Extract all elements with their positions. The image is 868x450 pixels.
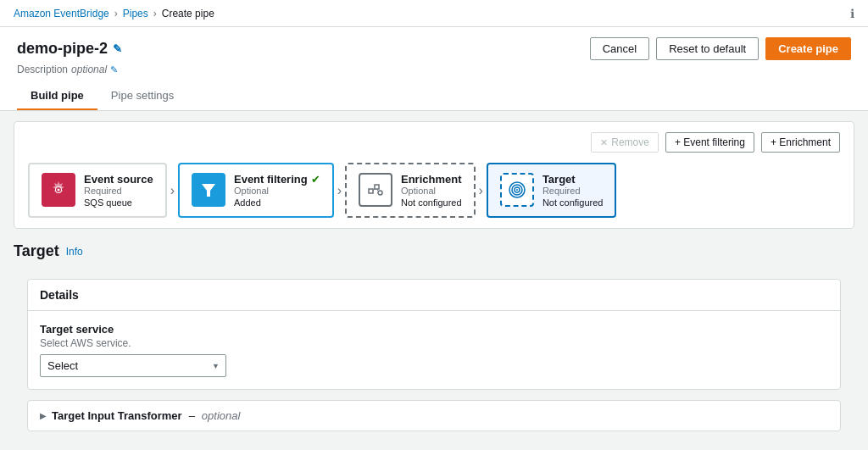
form-section: Target service Select AWS service. Selec… [28, 311, 840, 389]
transformer-dash: – [189, 409, 195, 422]
target-step-badge: Required [542, 186, 604, 196]
description-row: Description optional ✎ [17, 64, 851, 75]
tab-pipe-settings[interactable]: Pipe settings [97, 82, 187, 110]
description-label: Description [17, 64, 68, 75]
pipeline-area: ✕ Remove + Event filtering + Enrichment [14, 121, 854, 229]
transformer-optional: optional [202, 409, 241, 422]
arrow-1: › [167, 183, 178, 198]
target-info-link[interactable]: Info [66, 246, 83, 258]
description-edit-icon[interactable]: ✎ [110, 64, 118, 75]
page-title: demo-pipe-2 ✎ [17, 40, 122, 58]
enrich-step-icon [359, 173, 392, 207]
source-step-status: SQS queue [84, 197, 153, 208]
step-source[interactable]: Event source Required SQS queue [28, 163, 167, 218]
enrich-step-title: Enrichment [401, 173, 462, 186]
filter-step-title: Event filtering [234, 173, 308, 186]
pipeline-toolbar: ✕ Remove + Event filtering + Enrichment [28, 132, 840, 153]
header-create-button[interactable]: Create pipe [765, 37, 851, 60]
transformer-title: Target Input Transformer [52, 409, 182, 422]
tabs: Build pipe Pipe settings [17, 82, 851, 110]
filter-step-info: Event filtering ✔ Optional Added [234, 173, 320, 208]
step-filter[interactable]: Event filtering ✔ Optional Added [178, 163, 334, 218]
enrich-svg-icon [366, 181, 385, 199]
target-step-info: Target Required Not configured [542, 173, 604, 208]
target-section-header: Target Info [14, 239, 854, 269]
target-section-title: Target [14, 242, 59, 260]
breadcrumb-current: Create pipe [162, 8, 214, 19]
source-step-info: Event source Required SQS queue [84, 173, 153, 208]
details-card-title: Details [28, 280, 840, 311]
enrich-step-info: Enrichment Optional Not configured [401, 173, 462, 208]
enrich-step-status: Not configured [401, 197, 462, 208]
filter-step-icon [192, 173, 225, 207]
target-step-icon [500, 173, 534, 207]
transformer-section: ▶ Target Input Transformer – optional [27, 400, 841, 431]
breadcrumb-sep2: › [153, 8, 157, 19]
header-cancel-button[interactable]: Cancel [590, 37, 649, 60]
target-step-title: Target [542, 173, 576, 186]
page-title-text: demo-pipe-2 [17, 40, 108, 58]
breadcrumb-pipes[interactable]: Pipes [123, 8, 148, 19]
add-filter-button[interactable]: + Event filtering [665, 132, 754, 153]
step-target[interactable]: Target Required Not configured [487, 163, 617, 218]
svg-rect-6 [378, 191, 382, 195]
transformer-expand-icon: ▶ [40, 411, 47, 420]
title-edit-icon[interactable]: ✎ [113, 42, 122, 55]
info-icon: ℹ [850, 7, 854, 20]
page-title-row: demo-pipe-2 ✎ Cancel Reset to default Cr… [17, 37, 851, 60]
breadcrumb-eventbridge[interactable]: Amazon EventBridge [14, 8, 109, 19]
page-header: demo-pipe-2 ✎ Cancel Reset to default Cr… [0, 27, 868, 111]
target-service-select-wrapper: Select API Destination EventBridge event… [40, 354, 226, 377]
source-step-badge: Required [84, 186, 153, 196]
source-svg-icon [48, 180, 69, 200]
enrich-step-badge: Optional [401, 186, 462, 196]
filter-svg-icon [199, 181, 218, 199]
svg-marker-3 [202, 184, 215, 197]
breadcrumb-sep1: › [114, 8, 118, 19]
description-optional: optional [71, 64, 107, 75]
target-service-select[interactable]: Select API Destination EventBridge event… [40, 354, 226, 377]
target-service-label: Target service [40, 323, 828, 336]
main-content: Target Info Details Target service Selec… [0, 239, 868, 450]
svg-point-2 [58, 189, 60, 192]
header-reset-button[interactable]: Reset to default [656, 37, 759, 60]
target-step-status: Not configured [542, 197, 604, 208]
remove-x-icon: ✕ [600, 137, 608, 148]
svg-rect-5 [375, 185, 379, 189]
step-enrichment[interactable]: Enrichment Optional Not configured [345, 163, 476, 218]
target-svg-icon [507, 180, 527, 200]
pipeline-steps: Event source Required SQS queue › E [28, 163, 840, 218]
svg-point-12 [516, 189, 518, 191]
filter-step-status: Added [234, 197, 320, 208]
breadcrumb: Amazon EventBridge › Pipes › Create pipe [14, 8, 214, 19]
details-card: Details Target service Select AWS servic… [27, 279, 841, 390]
add-enrichment-button[interactable]: + Enrichment [761, 132, 840, 153]
source-step-icon [42, 173, 75, 207]
arrow-2: › [334, 183, 345, 198]
svg-rect-4 [369, 189, 373, 193]
transformer-header[interactable]: ▶ Target Input Transformer – optional [28, 401, 840, 431]
arrow-3: › [476, 183, 487, 198]
target-service-hint: Select AWS service. [40, 337, 828, 349]
header-actions: Cancel Reset to default Create pipe [590, 37, 851, 60]
remove-label: Remove [611, 136, 649, 148]
filter-check-icon: ✔ [311, 173, 320, 186]
top-nav: Amazon EventBridge › Pipes › Create pipe… [0, 0, 868, 27]
source-step-title: Event source [84, 173, 153, 186]
tab-build-pipe[interactable]: Build pipe [17, 82, 97, 110]
remove-button[interactable]: ✕ Remove [591, 132, 659, 153]
filter-step-badge: Optional [234, 186, 320, 196]
